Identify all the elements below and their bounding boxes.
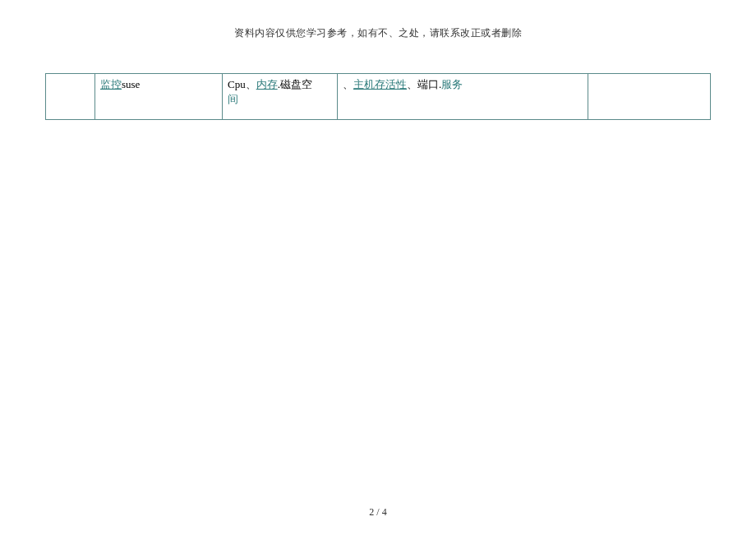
table-row: 监控suse Cpu、内存.磁盘空 间 、主机存活性、端口.服务 (46, 74, 711, 120)
table-cell-3: Cpu、内存.磁盘空 间 (223, 74, 338, 120)
cell3-disk-text: .磁盘空 (278, 78, 312, 90)
table-cell-4: 、主机存活性、端口.服务 (338, 74, 588, 120)
page-footer: 2 / 4 (0, 506, 756, 519)
cell3-line2-text: 间 (228, 93, 238, 105)
cell2-platform-text: suse (122, 78, 140, 90)
page-number: 2 / 4 (369, 506, 386, 518)
data-table: 监控suse Cpu、内存.磁盘空 间 、主机存活性、端口.服务 (45, 73, 711, 120)
page-header-disclaimer: 资料内容仅供您学习参考，如有不、之处，请联系改正或者删除 (0, 0, 756, 40)
table-cell-1 (46, 74, 95, 120)
memory-link[interactable]: 内存 (256, 78, 278, 90)
table-cell-5 (588, 74, 711, 120)
host-liveness-link[interactable]: 主机存活性 (353, 78, 407, 90)
table-cell-2: 监控suse (95, 74, 223, 120)
cell4-prefix: 、 (343, 78, 353, 90)
data-table-container: 监控suse Cpu、内存.磁盘空 间 、主机存活性、端口.服务 (45, 73, 711, 120)
cell3-cpu-text: Cpu、 (228, 78, 256, 90)
cell4-service-text: 服务 (441, 78, 463, 90)
cell4-port-text: 、端口. (407, 78, 441, 90)
monitor-link[interactable]: 监控 (100, 78, 122, 90)
